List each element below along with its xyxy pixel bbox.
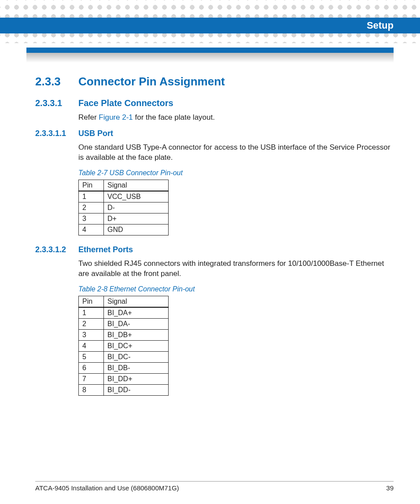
table-row: 7BI_DD+ (79, 373, 169, 384)
pin-cell: 2 (79, 202, 104, 213)
chapter-title: Setup (367, 20, 394, 31)
page-footer: ATCA-9405 Installation and Use (6806800M… (35, 481, 394, 492)
ethernet-ports-body: Two shielded RJ45 connectors with integr… (78, 259, 394, 279)
text-fragment: Refer (78, 113, 99, 121)
section-title: Connector Pin Assignment (78, 75, 225, 88)
col-pin-header: Pin (79, 296, 104, 307)
pin-cell: 4 (79, 224, 104, 235)
signal-cell: BI_DA+ (104, 307, 169, 319)
pin-cell: 3 (79, 329, 104, 340)
ethernet-pinout-table: Pin Signal 1BI_DA+ 2BI_DA- 3BI_DB+ 4BI_D… (78, 296, 169, 396)
page-content: 2.3.3 Connector Pin Assignment 2.3.3.1 F… (35, 75, 394, 473)
section-heading-2-3-3-1-1: 2.3.3.1.1 USB Port (35, 129, 394, 138)
section-heading-2-3-3: 2.3.3 Connector Pin Assignment (35, 75, 394, 88)
pin-cell: 7 (79, 373, 104, 384)
table-row: 5BI_DC- (79, 351, 169, 362)
figure-link[interactable]: Figure 2-1 (99, 113, 133, 121)
col-signal-header: Signal (104, 180, 169, 191)
table-row: 2D- (79, 202, 169, 213)
pin-cell: 1 (79, 191, 104, 202)
signal-cell: BI_DD- (104, 384, 169, 395)
signal-cell: D- (104, 202, 169, 213)
section-heading-2-3-3-1-2: 2.3.3.1.2 Ethernet Ports (35, 245, 394, 254)
pin-cell: 2 (79, 318, 104, 329)
signal-cell: BI_DC+ (104, 340, 169, 351)
signal-cell: GND (104, 224, 169, 235)
header-rule (0, 48, 420, 63)
signal-cell: BI_DA- (104, 318, 169, 329)
section-title: Ethernet Ports (78, 245, 133, 254)
section-number: 2.3.3 (35, 75, 78, 88)
signal-cell: D+ (104, 213, 169, 224)
chapter-header-bar: Setup (0, 18, 420, 33)
table-row: 1BI_DA+ (79, 307, 169, 319)
signal-cell: BI_DC- (104, 351, 169, 362)
table-row: 1VCC_USB (79, 191, 169, 202)
pin-cell: 1 (79, 307, 104, 319)
table-row: 3D+ (79, 213, 169, 224)
text-fragment: for the face plate layout. (133, 113, 215, 121)
table-caption-ethernet: Table 2-8 Ethernet Connector Pin-out (78, 285, 394, 293)
table-row: 6BI_DB- (79, 362, 169, 373)
signal-cell: BI_DB+ (104, 329, 169, 340)
col-signal-header: Signal (104, 296, 169, 307)
pin-cell: 5 (79, 351, 104, 362)
section-number: 2.3.3.1.2 (35, 245, 78, 254)
pin-cell: 3 (79, 213, 104, 224)
table-caption-usb: Table 2-7 USB Connector Pin-out (78, 169, 394, 177)
section-heading-2-3-3-1: 2.3.3.1 Face Plate Connectors (35, 98, 394, 108)
table-row: 8BI_DD- (79, 384, 169, 395)
signal-cell: VCC_USB (104, 191, 169, 202)
table-row: 2BI_DA- (79, 318, 169, 329)
table-row: 4GND (79, 224, 169, 235)
col-pin-header: Pin (79, 180, 104, 191)
signal-cell: BI_DD+ (104, 373, 169, 384)
table-header-row: Pin Signal (79, 180, 169, 191)
table-row: 4BI_DC+ (79, 340, 169, 351)
footer-doc-title: ATCA-9405 Installation and Use (6806800M… (35, 484, 179, 492)
pin-cell: 8 (79, 384, 104, 395)
pin-cell: 4 (79, 340, 104, 351)
table-row: 3BI_DB+ (79, 329, 169, 340)
facade-body: Refer Figure 2-1 for the face plate layo… (78, 113, 394, 123)
signal-cell: BI_DB- (104, 362, 169, 373)
usb-pinout-table: Pin Signal 1VCC_USB 2D- 3D+ 4GND (78, 180, 169, 235)
usb-port-body: One standard USB Type-A connector for ac… (78, 143, 394, 163)
section-title: Face Plate Connectors (78, 98, 173, 108)
section-number: 2.3.3.1 (35, 98, 78, 108)
section-number: 2.3.3.1.1 (35, 129, 78, 138)
section-title: USB Port (78, 129, 113, 138)
pin-cell: 6 (79, 362, 104, 373)
footer-page-number: 39 (386, 484, 394, 492)
table-header-row: Pin Signal (79, 296, 169, 307)
